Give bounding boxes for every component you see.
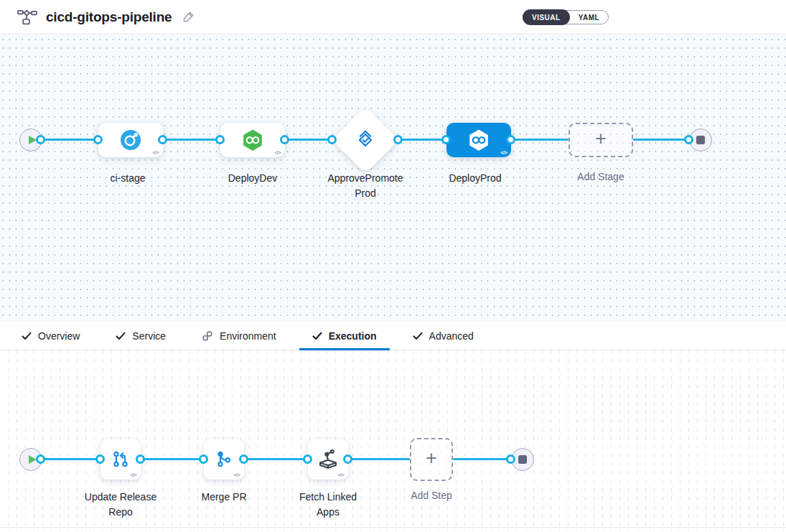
header: cicd-gitops-pipeline VISUAL YAML	[0, 0, 786, 34]
connector-line	[285, 139, 332, 141]
tab-advanced[interactable]: Advanced	[400, 322, 487, 350]
connector-line	[41, 458, 100, 460]
stage-canvas[interactable]: </> </> </>	[0, 35, 786, 322]
connector-port[interactable]	[215, 135, 225, 144]
update-release-repo-icon	[110, 449, 131, 470]
tab-service[interactable]: Service	[103, 322, 179, 350]
tab-label: Execution	[329, 330, 377, 342]
stage-label: DeployProd	[432, 171, 518, 186]
pipeline-studio: cicd-gitops-pipeline VISUAL YAML	[0, 0, 786, 532]
connector-line	[163, 139, 220, 141]
add-step-button[interactable]: +	[410, 438, 453, 481]
visual-toggle-button[interactable]: VISUAL	[523, 9, 570, 25]
cd-deploy-icon	[467, 128, 491, 152]
tab-label: Overview	[38, 330, 80, 342]
canvas-bottom-border	[0, 527, 786, 528]
environment-icon	[202, 330, 213, 342]
connector-line	[141, 458, 204, 460]
pipeline-icon	[17, 9, 37, 26]
merge-pr-icon	[213, 449, 235, 470]
stage-label: DeployDev	[210, 171, 296, 186]
check-icon	[116, 332, 126, 340]
execution-canvas[interactable]: </> </> </>	[0, 350, 786, 532]
code-icon: </>	[152, 150, 159, 155]
stage-label: ApprovePromoteProd	[325, 171, 406, 201]
stage-label: Add Stage	[558, 169, 644, 185]
stage-label: ci-stage	[85, 171, 171, 186]
stage-card-deploydev[interactable]: </>	[220, 123, 285, 157]
check-icon	[312, 332, 322, 340]
connector-port[interactable]	[239, 454, 248, 464]
step-label: Add Step	[388, 488, 474, 503]
step-card-fetch-linked-apps[interactable]: </>	[308, 439, 348, 480]
connector-port[interactable]	[303, 454, 312, 464]
fetch-linked-apps-icon	[317, 448, 340, 471]
tab-label: Advanced	[429, 330, 474, 342]
step-card-merge-pr[interactable]: </>	[204, 439, 244, 480]
add-stage-button[interactable]: +	[569, 123, 633, 157]
connector-line	[398, 139, 446, 141]
connector-port[interactable]	[441, 135, 451, 144]
code-icon: </>	[233, 472, 240, 477]
stop-icon	[696, 136, 705, 144]
connector-line	[633, 139, 689, 141]
connector-port[interactable]	[280, 135, 289, 144]
tab-label: Environment	[220, 330, 276, 342]
cd-deploy-icon	[240, 128, 265, 152]
pipeline-title: cicd-gitops-pipeline	[46, 9, 172, 25]
step-label: Update Release Repo	[78, 490, 164, 520]
step-label: Fetch Linked Apps	[292, 490, 364, 520]
connector-port[interactable]	[136, 454, 145, 464]
plus-icon: +	[426, 449, 437, 468]
tab-environment[interactable]: Environment	[189, 322, 289, 350]
stage-config-tabs: Overview Service Environment Execution A…	[0, 322, 786, 350]
approval-icon	[352, 127, 378, 153]
code-icon: </>	[130, 472, 136, 477]
connector-port[interactable]	[95, 454, 105, 464]
connector-port[interactable]	[393, 135, 403, 144]
connector-port[interactable]	[343, 454, 352, 464]
stage-card-ci-stage[interactable]: </>	[98, 123, 163, 157]
check-icon	[22, 332, 32, 340]
code-icon: </>	[500, 150, 507, 155]
connector-port[interactable]	[684, 135, 693, 144]
tab-label: Service	[132, 330, 166, 342]
edit-pencil-icon[interactable]	[182, 10, 195, 24]
connector-port[interactable]	[36, 454, 45, 464]
connector-port[interactable]	[36, 135, 45, 144]
step-label: Merge PR	[181, 490, 267, 505]
plus-icon: +	[595, 129, 607, 149]
step-card-update-release-repo[interactable]: </>	[100, 439, 141, 480]
tab-overview[interactable]: Overview	[9, 322, 93, 350]
connector-line	[41, 139, 98, 141]
stop-icon	[518, 455, 527, 464]
connector-line	[348, 458, 410, 460]
code-icon: </>	[337, 472, 344, 477]
connector-port[interactable]	[506, 454, 515, 464]
view-toggle: VISUAL YAML	[523, 10, 609, 24]
connector-port[interactable]	[158, 135, 167, 144]
yaml-toggle-button[interactable]: YAML	[570, 10, 608, 24]
tab-execution[interactable]: Execution	[299, 322, 390, 350]
code-icon: </>	[274, 150, 281, 155]
connector-line	[244, 458, 308, 460]
stage-card-deployprod[interactable]: </>	[446, 123, 511, 157]
connector-port[interactable]	[199, 454, 208, 464]
play-icon	[29, 136, 37, 144]
connector-port[interactable]	[327, 135, 337, 144]
play-icon	[29, 455, 37, 464]
connector-port[interactable]	[506, 135, 515, 144]
check-icon	[413, 332, 423, 340]
ci-build-icon	[120, 129, 141, 151]
connector-port[interactable]	[93, 135, 103, 144]
connector-line	[453, 458, 511, 460]
connector-line	[511, 139, 569, 141]
